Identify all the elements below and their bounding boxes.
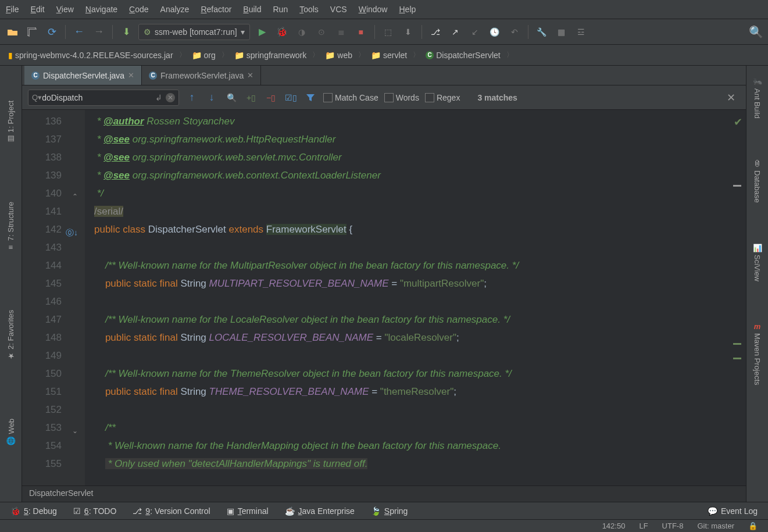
- caret-position[interactable]: 142:50: [602, 522, 626, 530]
- toolwindow-todo[interactable]: ☑6: TODO: [73, 506, 117, 516]
- menu-analyze[interactable]: Analyze: [160, 5, 190, 14]
- menu-build[interactable]: Build: [243, 5, 261, 14]
- toolwindow-mavenprojects[interactable]: m Maven Projects: [753, 322, 762, 385]
- toolwindow-sciview[interactable]: 📊 SciView: [753, 244, 762, 281]
- menu-refactor[interactable]: Refactor: [201, 5, 231, 14]
- close-tab-icon[interactable]: ✕: [247, 71, 253, 80]
- breadcrumb-item[interactable]: 📁org: [188, 49, 219, 61]
- vcs-commit-icon[interactable]: ⬇: [401, 24, 416, 40]
- fold-end-icon[interactable]: ⌃: [72, 188, 78, 206]
- revert-icon[interactable]: ↶: [507, 24, 522, 40]
- sync-icon[interactable]: ⟳: [44, 24, 59, 40]
- menu-help[interactable]: Help: [399, 5, 416, 14]
- clear-icon[interactable]: ✕: [166, 93, 175, 102]
- breadcrumb-item[interactable]: 📁servlet: [367, 49, 410, 61]
- search-everywhere-icon[interactable]: 🔍: [748, 24, 763, 40]
- run-config-combo[interactable]: ⚙ ssm-web [tomcat7:run] ▾: [138, 24, 250, 40]
- breadcrumb-bottom[interactable]: DispatcherServlet: [22, 485, 746, 502]
- menu-view[interactable]: View: [56, 5, 74, 14]
- encoding[interactable]: UTF-8: [662, 522, 684, 530]
- forward-icon[interactable]: →: [91, 24, 106, 40]
- save-all-icon[interactable]: [24, 24, 40, 40]
- chevron-right-icon: 〉: [358, 50, 365, 60]
- stop-icon[interactable]: ■: [353, 24, 369, 40]
- menu-window[interactable]: Window: [359, 5, 388, 14]
- vcs-push-icon[interactable]: ↗: [448, 24, 463, 40]
- editor-tab[interactable]: CDispatcherServlet.java✕: [24, 66, 142, 85]
- toolwindow-database[interactable]: 🛢 Database: [753, 159, 762, 203]
- chevron-right-icon: 〉: [312, 50, 319, 60]
- close-find-icon[interactable]: ✕: [722, 91, 740, 104]
- lock-icon[interactable]: 🔒: [748, 522, 758, 530]
- run-icon[interactable]: ▶: [255, 24, 270, 40]
- select-all-icon[interactable]: ☑▯: [284, 91, 298, 105]
- match-case-checkbox[interactable]: Match Case: [323, 93, 378, 102]
- structure-icon[interactable]: ▦: [554, 24, 569, 40]
- close-tab-icon[interactable]: ✕: [128, 71, 134, 80]
- git-branch[interactable]: Git: master: [697, 522, 734, 530]
- find-input-wrap[interactable]: Q▾ ↲ ✕: [28, 90, 179, 106]
- vcs-pull-icon[interactable]: ↙: [467, 24, 483, 40]
- folder-icon: 📁: [325, 51, 335, 60]
- breadcrumb-item[interactable]: 📁web: [322, 49, 356, 61]
- toolwindow-debug[interactable]: 🐞5: Debug: [10, 506, 57, 516]
- event-log[interactable]: 💬Event Log: [708, 506, 758, 516]
- menu-edit[interactable]: Edit: [31, 5, 45, 14]
- next-match-icon[interactable]: ↓: [205, 91, 219, 105]
- attach-icon[interactable]: ≣: [334, 24, 349, 40]
- regex-checkbox[interactable]: Regex: [425, 93, 460, 102]
- editor-tabs: CDispatcherServlet.java✕CFrameworkServle…: [22, 66, 746, 85]
- gutter[interactable]: 136137138139140⌃141142⓪↓1431441451461471…: [22, 110, 85, 485]
- prev-match-icon[interactable]: ↑: [185, 91, 199, 105]
- settings-icon[interactable]: 🔧: [534, 24, 549, 40]
- breadcrumb-item[interactable]: ▮spring-webmvc-4.0.2.RELEASE-sources.jar: [5, 49, 177, 61]
- profile-icon[interactable]: ⊙: [314, 24, 329, 40]
- code-lines[interactable]: * @author Rossen Stoyanchev * @see org.s…: [85, 110, 746, 485]
- filter-icon[interactable]: [303, 91, 317, 105]
- find-input[interactable]: [42, 93, 155, 102]
- class-icon: C: [149, 72, 157, 80]
- history-icon[interactable]: 🕓: [487, 24, 502, 40]
- back-icon[interactable]: ←: [72, 24, 87, 40]
- words-checkbox[interactable]: Words: [384, 93, 419, 102]
- editor-tab[interactable]: CFrameworkServlet.java✕: [142, 66, 261, 85]
- toolwindow-structure[interactable]: ≡ 7: Structure: [6, 202, 15, 252]
- toolwindow-terminal[interactable]: ▣Terminal: [227, 506, 269, 516]
- menu-bar: FileEditViewNavigateCodeAnalyzeRefactorB…: [0, 0, 768, 19]
- debug-icon[interactable]: 🐞: [274, 24, 290, 40]
- breadcrumb-item[interactable]: 📁springframework: [231, 49, 310, 61]
- toolwindow-web[interactable]: 🌐 Web: [6, 419, 16, 445]
- menu-vcs[interactable]: VCS: [330, 5, 347, 14]
- toolwindow-favorites[interactable]: ★ 2: Favorites: [6, 310, 15, 360]
- branch-icon[interactable]: ⎇: [428, 24, 443, 40]
- enter-icon[interactable]: ↲: [155, 93, 162, 102]
- find-all-icon[interactable]: 🔍: [224, 91, 238, 105]
- breadcrumb-item[interactable]: CDispatcherServlet: [422, 49, 504, 61]
- search-icon: Q▾: [32, 93, 42, 102]
- build-icon[interactable]: ⬇: [119, 24, 134, 40]
- menu-tools[interactable]: Tools: [299, 5, 319, 14]
- fold-start-icon[interactable]: ⌄: [72, 422, 78, 440]
- line-sep[interactable]: LF: [639, 522, 648, 530]
- add-selection-icon[interactable]: +▯: [244, 91, 258, 105]
- main-toolbar: ⟳ ← → ⬇ ⚙ ssm-web [tomcat7:run] ▾ ▶ 🐞 ◑ …: [0, 19, 768, 45]
- open-icon[interactable]: [5, 24, 20, 40]
- code-view[interactable]: 136137138139140⌃141142⓪↓1431441451461471…: [22, 110, 746, 485]
- coverage-icon[interactable]: ◑: [294, 24, 309, 40]
- vcs-icon: ⎇: [133, 506, 142, 516]
- error-stripe[interactable]: [733, 110, 741, 485]
- menu-navigate[interactable]: Navigate: [85, 5, 117, 14]
- toolwindow-project[interactable]: ▤ 1: Project: [6, 101, 15, 144]
- vcs-update-icon[interactable]: ⬚: [381, 24, 396, 40]
- menu-code[interactable]: Code: [129, 5, 148, 14]
- toolwindow-javaenterprise[interactable]: ☕Java Enterprise: [285, 506, 355, 516]
- menu-file[interactable]: File: [6, 5, 19, 14]
- toolwindow-versioncontrol[interactable]: ⎇9: Version Control: [133, 506, 210, 516]
- menu-run[interactable]: Run: [273, 5, 288, 14]
- override-icon[interactable]: ⓪↓: [66, 224, 78, 242]
- jar-icon: ▮: [8, 51, 13, 60]
- toolwindow-antbuild[interactable]: 🐜 Ant Build: [753, 77, 762, 119]
- toolwindow-spring[interactable]: 🍃Spring: [371, 506, 408, 516]
- sdk-icon[interactable]: ☲: [574, 24, 589, 40]
- remove-selection-icon[interactable]: −▯: [264, 91, 278, 105]
